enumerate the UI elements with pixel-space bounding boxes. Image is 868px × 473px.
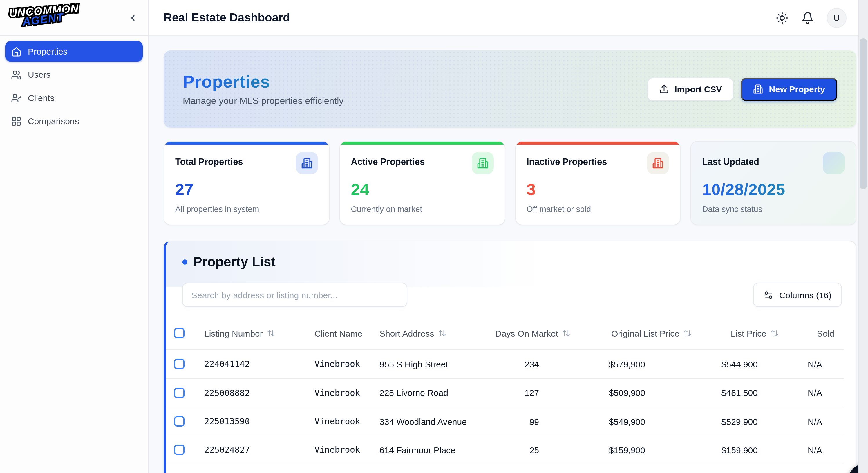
- sliders-icon: [764, 290, 773, 300]
- client-name-cell: Vinebrook: [302, 445, 367, 455]
- notifications-button[interactable]: [801, 11, 814, 24]
- stat-label: Total Properties: [175, 157, 243, 167]
- columns-button-label: Columns (16): [779, 290, 832, 300]
- topbar-actions: U: [776, 8, 846, 28]
- sidebar-item-users[interactable]: Users: [5, 64, 143, 85]
- column-header[interactable]: Days On Market: [491, 328, 579, 338]
- select-all-checkbox[interactable]: [174, 328, 185, 338]
- page-title: Real Estate Dashboard: [164, 11, 290, 24]
- sidebar-nav: Properties Users Clients Comparisons: [0, 36, 148, 131]
- column-header-label: Client Name: [314, 328, 362, 338]
- table-row[interactable]: 225013590Vinebrook334 Woodland Avenue99$…: [166, 407, 844, 436]
- column-header-label: Listing Number: [204, 328, 263, 338]
- bullet-dot-icon: [182, 259, 187, 265]
- stat-value: 24: [351, 180, 494, 199]
- stat-caption: Off market or sold: [527, 204, 669, 214]
- bell-icon: [801, 11, 814, 24]
- sidebar-item-clients[interactable]: Clients: [5, 88, 143, 108]
- short-address-cell: 334 Woodland Avenue: [367, 417, 491, 426]
- main-content: Properties Manage your MLS properties ef…: [149, 36, 858, 473]
- sold-price-cell: N/A: [796, 388, 844, 398]
- stat-card-inactive-properties: Inactive Properties 3 Off market or sold: [515, 141, 681, 225]
- scrollbar-thumb[interactable]: [860, 38, 867, 189]
- banner-subtitle: Manage your MLS properties efficiently: [183, 96, 343, 106]
- client-name-cell: Vinebrook: [302, 417, 367, 426]
- short-address-cell: 228 Livorno Road: [367, 388, 491, 398]
- listing-number-cell: 225008882: [191, 388, 302, 397]
- table-row[interactable]: 225008882Vinebrook228 Livorno Road127$50…: [166, 378, 844, 407]
- column-header-label: Sold: [817, 328, 834, 338]
- users-icon: [11, 69, 22, 80]
- home-icon: [11, 46, 22, 57]
- stat-card-last-updated: Last Updated 10/28/2025 Data sync status: [691, 141, 857, 225]
- sort-icon: [771, 329, 779, 337]
- new-property-button[interactable]: New Property: [741, 78, 837, 101]
- column-header[interactable]: Short Address: [367, 328, 491, 338]
- import-csv-button[interactable]: Import CSV: [647, 78, 734, 101]
- stat-card-total-properties: Total Properties 27 All properties in sy…: [164, 141, 330, 225]
- user-avatar[interactable]: U: [827, 8, 846, 28]
- row-checkbox-cell: [166, 359, 191, 369]
- search-input[interactable]: [182, 283, 407, 307]
- building-icon-badge: [296, 152, 318, 174]
- row-checkbox-cell: [166, 388, 191, 398]
- building-icon-badge: [471, 152, 493, 174]
- original-list-price-cell: $579,900: [579, 359, 703, 369]
- property-table: Listing Number Client NameShort Address …: [166, 317, 844, 464]
- client-name-cell: Vinebrook: [302, 388, 367, 397]
- logo-area: UNCOMMON AGENT: [0, 0, 148, 36]
- sold-price-cell: N/A: [796, 417, 844, 426]
- short-address-cell: 955 S High Street: [367, 359, 491, 369]
- banner-title: Properties: [183, 72, 343, 92]
- short-address-cell: 614 Fairmoor Place: [367, 445, 491, 455]
- table-row[interactable]: 224041142Vinebrook955 S High Street234$5…: [166, 349, 844, 378]
- column-header-label: Days On Market: [495, 328, 558, 338]
- column-header[interactable]: Listing Number: [191, 328, 302, 338]
- columns-button[interactable]: Columns (16): [753, 283, 842, 307]
- client-name-cell: Vinebrook: [302, 359, 367, 369]
- row-checkbox[interactable]: [174, 388, 185, 398]
- column-header[interactable]: List Price: [703, 328, 796, 338]
- sidebar-item-label: Clients: [28, 93, 55, 103]
- stat-card-active-properties: Active Properties 24 Currently on market: [339, 141, 505, 225]
- row-checkbox[interactable]: [174, 416, 185, 427]
- real-estate-dashboard-app: UNCOMMON AGENT Properties Users Clients: [0, 0, 868, 473]
- row-checkbox[interactable]: [174, 445, 185, 455]
- theme-toggle-button[interactable]: [776, 11, 788, 24]
- sidebar-item-comparisons[interactable]: Comparisons: [5, 111, 143, 131]
- list-price-cell: $159,900: [703, 445, 796, 455]
- sidebar-item-properties[interactable]: Properties: [5, 41, 143, 61]
- original-list-price-cell: $509,900: [579, 388, 703, 398]
- row-checkbox[interactable]: [174, 359, 185, 369]
- stat-cards: Total Properties 27 All properties in sy…: [164, 141, 857, 225]
- table-body: 224041142Vinebrook955 S High Street234$5…: [166, 349, 844, 464]
- listing-number-cell: 225013590: [191, 417, 302, 426]
- row-checkbox-cell: [166, 416, 191, 427]
- sidebar-collapse-button[interactable]: [127, 12, 139, 24]
- card-accent-bar: [516, 142, 680, 145]
- column-header[interactable]: Original List Price: [579, 328, 703, 338]
- import-csv-label: Import CSV: [675, 84, 722, 94]
- row-checkbox-cell: [166, 445, 191, 455]
- property-list-title: Property List: [193, 254, 276, 270]
- table-row[interactable]: 225024827Vinebrook614 Fairmoor Place25$1…: [166, 436, 844, 464]
- stat-value: 3: [527, 180, 669, 199]
- stat-caption: Currently on market: [351, 204, 494, 214]
- building-icon-badge: [647, 152, 669, 174]
- listing-number-cell: 225024827: [191, 445, 302, 455]
- table-header-row: Listing Number Client NameShort Address …: [166, 317, 844, 349]
- list-price-cell: $481,500: [703, 388, 796, 398]
- sort-icon: [438, 329, 446, 337]
- list-price-cell: $529,900: [703, 417, 796, 426]
- column-header-label: Original List Price: [611, 328, 679, 338]
- sold-price-cell: N/A: [796, 445, 844, 455]
- logo: UNCOMMON AGENT: [9, 3, 80, 26]
- stat-caption: All properties in system: [175, 204, 318, 214]
- new-property-label: New Property: [769, 84, 825, 94]
- stat-label: Inactive Properties: [527, 157, 607, 167]
- listing-number-cell: 224041142: [191, 359, 302, 369]
- select-all-checkbox-cell: [166, 328, 191, 338]
- gradient-badge: [823, 152, 845, 174]
- column-header: Sold: [796, 328, 844, 338]
- sun-icon: [776, 11, 788, 24]
